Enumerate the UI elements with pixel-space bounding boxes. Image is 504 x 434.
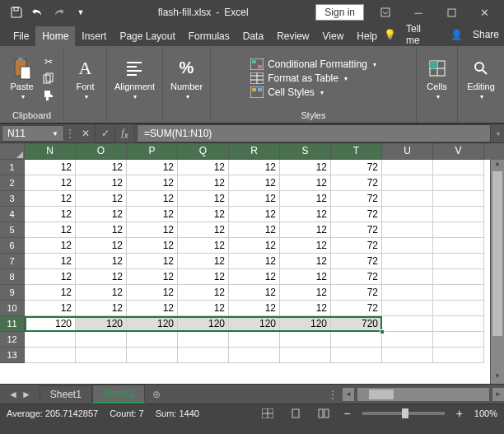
cell[interactable]: 12 <box>178 301 229 316</box>
cell[interactable] <box>382 301 433 316</box>
cell[interactable] <box>382 269 433 285</box>
cell[interactable]: 12 <box>76 238 127 254</box>
cell[interactable]: 72 <box>331 254 382 269</box>
cell[interactable] <box>382 254 433 269</box>
page-layout-view-icon[interactable] <box>287 406 304 421</box>
undo-icon[interactable] <box>28 2 48 22</box>
number-button[interactable]: % Number ▾ <box>169 55 204 102</box>
cell[interactable]: 12 <box>280 238 331 254</box>
hscroll-left-icon[interactable]: ◄ <box>343 388 354 401</box>
fx-icon[interactable]: fx <box>115 124 135 142</box>
cell[interactable]: 12 <box>76 175 127 191</box>
cell[interactable] <box>382 285 433 301</box>
cell[interactable] <box>433 316 484 332</box>
menu-data[interactable]: Data <box>236 26 270 46</box>
cell[interactable]: 12 <box>178 238 229 254</box>
row-header[interactable]: 11 <box>0 316 25 332</box>
cell[interactable]: 120 <box>229 316 280 332</box>
cell[interactable]: 12 <box>25 160 76 175</box>
cell[interactable]: 120 <box>280 316 331 332</box>
row-header[interactable]: 3 <box>0 191 25 207</box>
cell[interactable]: 72 <box>331 269 382 285</box>
cell[interactable] <box>229 332 280 348</box>
cell[interactable]: 12 <box>280 160 331 175</box>
spreadsheet-grid[interactable]: NOPQRSTUV 112121212121272212121212121272… <box>0 143 504 384</box>
cell[interactable]: 12 <box>229 254 280 269</box>
cell[interactable]: 120 <box>25 316 76 332</box>
cell[interactable] <box>433 301 484 316</box>
tab-next-icon[interactable]: ► <box>21 389 31 400</box>
cell[interactable]: 12 <box>229 285 280 301</box>
cell[interactable]: 12 <box>25 175 76 191</box>
cell[interactable]: 12 <box>280 254 331 269</box>
cell[interactable] <box>382 238 433 254</box>
new-sheet-icon[interactable]: ⊕ <box>145 389 168 400</box>
cell[interactable] <box>433 191 484 207</box>
cut-icon[interactable]: ✂ <box>40 54 57 69</box>
column-header[interactable]: V <box>433 143 484 160</box>
column-header[interactable]: P <box>127 143 178 160</box>
row-header[interactable]: 9 <box>0 285 25 301</box>
fill-handle[interactable] <box>380 329 385 334</box>
cell[interactable] <box>382 175 433 191</box>
name-box[interactable]: N11▼ <box>2 125 64 142</box>
cell[interactable] <box>433 175 484 191</box>
cell[interactable]: 12 <box>178 269 229 285</box>
cell[interactable]: 12 <box>25 285 76 301</box>
menu-insert[interactable]: Insert <box>75 26 113 46</box>
cell[interactable]: 12 <box>229 301 280 316</box>
cell[interactable]: 12 <box>229 191 280 207</box>
cell[interactable] <box>382 160 433 175</box>
namebox-expand-icon[interactable]: ⋮ <box>64 128 76 139</box>
conditional-formatting-button[interactable]: Conditional Formatting▾ <box>250 58 376 70</box>
cell[interactable]: 72 <box>331 207 382 222</box>
cell[interactable]: 12 <box>280 269 331 285</box>
tab-prev-icon[interactable]: ◄ <box>8 389 18 400</box>
column-header[interactable]: O <box>76 143 127 160</box>
share-label[interactable]: Share <box>473 29 499 40</box>
row-header[interactable]: 12 <box>0 332 25 348</box>
redo-icon[interactable] <box>49 2 69 22</box>
format-painter-icon[interactable] <box>40 87 57 102</box>
cell[interactable]: 12 <box>229 269 280 285</box>
row-header[interactable]: 7 <box>0 254 25 269</box>
cell[interactable] <box>433 269 484 285</box>
cell[interactable] <box>382 191 433 207</box>
cell[interactable] <box>382 222 433 238</box>
cell[interactable]: 12 <box>280 222 331 238</box>
cell[interactable]: 12 <box>178 254 229 269</box>
cell[interactable]: 12 <box>280 285 331 301</box>
cell[interactable]: 12 <box>229 238 280 254</box>
normal-view-icon[interactable] <box>259 406 276 421</box>
formula-expand-icon[interactable]: ▾ <box>492 130 504 138</box>
cell[interactable] <box>178 332 229 348</box>
save-icon[interactable] <box>7 2 26 22</box>
share-icon[interactable]: 👤 <box>450 29 463 40</box>
maximize-icon[interactable] <box>435 0 468 25</box>
cell[interactable]: 12 <box>178 191 229 207</box>
cell[interactable] <box>331 348 382 363</box>
column-header[interactable]: S <box>280 143 331 160</box>
column-header[interactable]: Q <box>178 143 229 160</box>
cell[interactable]: 12 <box>127 254 178 269</box>
cell[interactable]: 720 <box>331 316 382 332</box>
cell[interactable]: 12 <box>280 175 331 191</box>
cell[interactable] <box>433 285 484 301</box>
cell[interactable]: 12 <box>76 160 127 175</box>
ribbon-options-icon[interactable] <box>369 0 402 25</box>
row-header[interactable]: 10 <box>0 301 25 316</box>
cell[interactable] <box>280 348 331 363</box>
cell[interactable]: 12 <box>178 160 229 175</box>
menu-review[interactable]: Review <box>270 26 315 46</box>
cell[interactable]: 12 <box>229 207 280 222</box>
cell[interactable] <box>76 348 127 363</box>
cell[interactable]: 12 <box>178 175 229 191</box>
cell[interactable] <box>433 348 484 363</box>
row-header[interactable]: 4 <box>0 207 25 222</box>
row-header[interactable]: 8 <box>0 269 25 285</box>
cell[interactable] <box>25 332 76 348</box>
cell[interactable] <box>382 332 433 348</box>
tell-me-bulb-icon[interactable]: 💡 <box>384 29 396 40</box>
cell[interactable]: 12 <box>25 222 76 238</box>
cell[interactable] <box>433 254 484 269</box>
